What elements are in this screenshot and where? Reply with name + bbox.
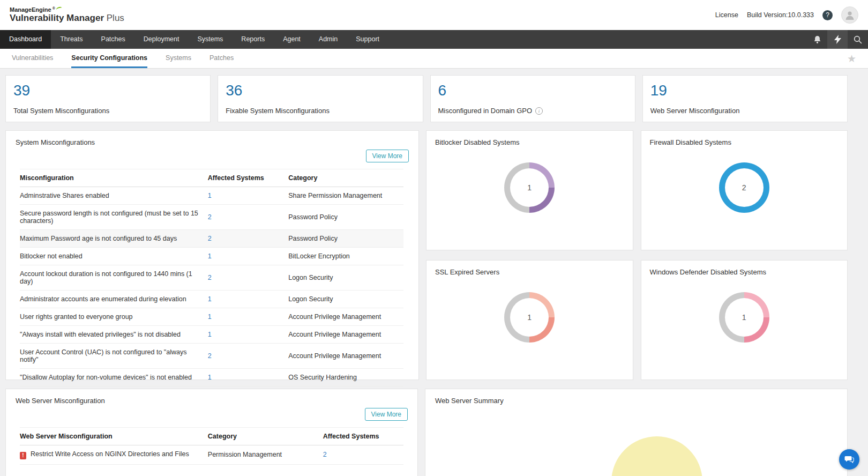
misconfiguration-name: User Account Control (UAC) is not config…	[20, 344, 208, 369]
affected-systems-link[interactable]: 2	[208, 235, 212, 242]
table-row: Account lockout duration is not configur…	[20, 265, 403, 291]
search-icon[interactable]	[848, 30, 868, 49]
misconfiguration-name: Secure password length is not configured…	[20, 205, 208, 230]
misconfiguration-name: "Always install with elevated privileges…	[20, 326, 208, 344]
tab-vulnerabilities[interactable]: Vulnerabilities	[12, 49, 53, 68]
license-link[interactable]: License	[715, 11, 738, 19]
stat-card-web-server-misconfiguration[interactable]: 19 Web Server Misconfiguration	[642, 75, 848, 122]
category-cell: Password Policy	[288, 205, 403, 230]
panel-title: Web Server Summary	[425, 389, 847, 405]
table-row: User rights granted to everyone group 1 …	[20, 308, 403, 326]
category-cell: Account Privilege Management	[288, 344, 403, 369]
manageengine-logo[interactable]: ManageEngine® Vulnerability Manager Plus	[10, 6, 124, 24]
notifications-icon[interactable]	[807, 30, 827, 49]
chat-bubble-icon	[844, 455, 854, 464]
favorite-star-icon[interactable]: ★	[847, 53, 856, 65]
stat-label: Web Server Misconfiguration	[650, 107, 740, 115]
view-more-button[interactable]: View More	[366, 150, 409, 162]
misconfiguration-name: Account lockout duration is not configur…	[20, 265, 208, 291]
category-cell: Logon Security	[288, 291, 403, 308]
web-misconfiguration-name: !Restrict Write Access on NGINX Director…	[20, 445, 208, 465]
col-header-misconfiguration: Misconfiguration	[20, 169, 208, 187]
affected-systems-link[interactable]: 2	[323, 451, 327, 458]
misconfigurations-table: Misconfiguration Affected Systems Catego…	[20, 169, 403, 386]
col-header-category: Category	[208, 428, 323, 445]
firewall-donut-chart[interactable]: 2	[719, 162, 769, 213]
panel-title: Firewall Disabled Systems	[650, 138, 839, 146]
stat-value: 6	[438, 81, 627, 100]
web-server-summary-pie-chart[interactable]	[611, 436, 702, 476]
table-row: Secure password length is not configured…	[20, 205, 403, 230]
stat-label: Misconfigured in Domain GPO	[438, 107, 533, 115]
misconfiguration-name: User rights granted to everyone group	[20, 308, 208, 326]
category-cell: OS Security Hardening	[288, 369, 403, 386]
info-icon[interactable]: i	[535, 107, 543, 115]
col-header-web-misconfiguration: Web Server Misconfiguration	[20, 428, 208, 445]
nav-item-systems[interactable]: Systems	[188, 30, 232, 49]
product-title: Vulnerability Manager Plus	[10, 13, 124, 24]
tab-security-configurations[interactable]: Security Configurations	[71, 49, 147, 68]
alert-icon: !	[20, 452, 26, 459]
registered-mark: ®	[53, 6, 55, 11]
misconfiguration-name: Maximum Password age is not configured t…	[20, 230, 208, 248]
nav-item-agent[interactable]: Agent	[274, 30, 310, 49]
donut-center-value: 1	[527, 183, 532, 192]
user-silhouette-icon	[844, 10, 855, 20]
bitlocker-donut-chart[interactable]: 1	[504, 162, 555, 213]
bitlocker-disabled-panel: Bitlocker Disabled Systems 1	[426, 130, 633, 250]
affected-systems-link[interactable]: 2	[208, 352, 212, 360]
donut-center-value: 1	[527, 313, 532, 322]
affected-systems-link[interactable]: 1	[208, 192, 212, 199]
brand-text: ManageEngine®	[10, 6, 124, 13]
avatar[interactable]	[841, 6, 858, 24]
table-header-row: Web Server Misconfiguration Category Aff…	[20, 428, 403, 445]
affected-systems-link[interactable]: 2	[208, 213, 212, 221]
tab-systems[interactable]: Systems	[166, 49, 191, 68]
affected-systems-link[interactable]: 1	[208, 295, 212, 303]
defender-donut-chart[interactable]: 1	[719, 292, 769, 343]
stat-label: Total System Misconfigurations	[13, 107, 109, 115]
main-navigation: Dashboard Threats Patches Deployment Sys…	[0, 30, 868, 49]
affected-systems-link[interactable]: 2	[208, 274, 212, 281]
table-row: Maximum Password age is not configured t…	[20, 230, 403, 248]
stat-card-domain-gpo[interactable]: 6 Misconfigured in Domain GPO i	[430, 75, 635, 122]
nav-item-support[interactable]: Support	[347, 30, 388, 49]
ssl-expired-donut-chart[interactable]: 1	[504, 292, 555, 343]
stat-value: 19	[650, 81, 840, 100]
table-row: !Restrict Write Access on NGINX Director…	[20, 445, 403, 465]
affected-systems-link[interactable]: 1	[208, 252, 212, 260]
stat-value: 39	[13, 81, 203, 100]
help-icon[interactable]: ?	[822, 10, 833, 20]
web-server-misconfiguration-panel: Web Server Misconfiguration View More We…	[5, 389, 418, 476]
table-row: Administrator accounts are enumerated du…	[20, 291, 403, 308]
firewall-disabled-panel: Firewall Disabled Systems 2	[641, 130, 848, 250]
panel-title: Windows Defender Disabled Systems	[650, 268, 839, 276]
panel-title: SSL Expired Servers	[435, 268, 624, 276]
view-more-button[interactable]: View More	[365, 408, 408, 421]
stat-card-fixable-misconfigurations[interactable]: 36 Fixable System Misconfigurations	[218, 75, 423, 122]
nav-item-threats[interactable]: Threats	[51, 30, 92, 49]
nav-item-admin[interactable]: Admin	[310, 30, 347, 49]
misconfiguration-name: "Disallow Autoplay for non-volume device…	[20, 369, 208, 386]
category-cell: Logon Security	[288, 265, 403, 291]
affected-systems-link[interactable]: 1	[208, 331, 212, 338]
table-row: "Disallow Autoplay for non-volume device…	[20, 369, 403, 386]
category-cell: BitLocker Encryption	[288, 248, 403, 265]
affected-systems-link[interactable]: 1	[208, 313, 212, 321]
live-chat-button[interactable]	[839, 449, 859, 470]
top-header: ManageEngine® Vulnerability Manager Plus…	[0, 0, 868, 30]
nav-item-dashboard[interactable]: Dashboard	[0, 30, 51, 49]
affected-systems-link[interactable]: 1	[208, 374, 212, 381]
table-header-row: Misconfiguration Affected Systems Catego…	[20, 169, 403, 187]
nav-item-deployment[interactable]: Deployment	[134, 30, 189, 49]
table-row: "Always install with elevated privileges…	[20, 326, 403, 344]
table-row: Adminstrative Shares enabled 1 Share Per…	[20, 187, 403, 205]
tab-patches[interactable]: Patches	[209, 49, 234, 68]
panel-title: Web Server Misconfiguration	[6, 389, 417, 405]
quick-actions-icon[interactable]	[827, 30, 848, 49]
nav-item-patches[interactable]: Patches	[92, 30, 134, 49]
panel-title: Bitlocker Disabled Systems	[435, 138, 624, 146]
panel-title: System Misconfigurations	[6, 131, 418, 146]
nav-item-reports[interactable]: Reports	[232, 30, 274, 49]
stat-card-total-misconfigurations[interactable]: 39 Total System Misconfigurations	[5, 75, 211, 122]
